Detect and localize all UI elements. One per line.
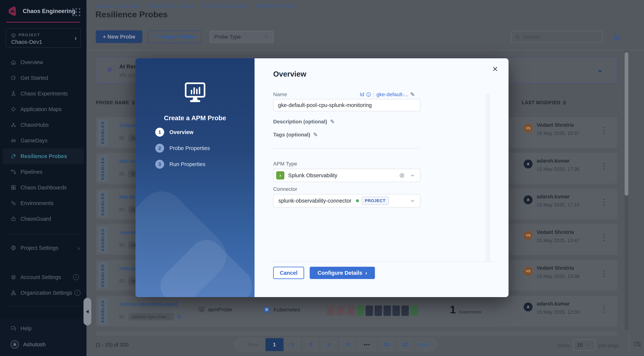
page-button-4[interactable]: 4 — [320, 338, 338, 351]
modified-by: adarsh.kumar — [537, 158, 570, 164]
new-probe-button[interactable]: + New Probe — [96, 30, 142, 43]
breadcrumb-project[interactable]: Project: Chaos-Dev1 — [202, 3, 248, 9]
name-label: Name — [273, 92, 287, 98]
form-divider — [273, 148, 420, 148]
step-overview[interactable]: 1 Overview — [155, 128, 194, 136]
clear-icon[interactable]: ⊗ — [399, 172, 405, 179]
target-icon — [10, 106, 16, 112]
footer-divider — [271, 261, 498, 262]
probe-name-link[interactable]: cartsvc-cpu-check-appd — [119, 302, 177, 307]
column-header-last-modified[interactable]: LAST MODIFIED — [522, 100, 566, 105]
page-button-3[interactable]: 3 — [302, 338, 320, 351]
hub-network-icon — [10, 122, 16, 128]
page-size-dropdown[interactable]: 15 — [573, 339, 595, 351]
probe-id-value[interactable]: gke-default-... — [376, 92, 408, 98]
layers-icon — [10, 274, 16, 280]
row-menu-icon[interactable] — [604, 270, 605, 277]
status-badge: ENABLED — [98, 262, 107, 288]
breadcrumb-account[interactable]: Account: chaos-dev — [96, 3, 140, 9]
sidebar-item-environments[interactable]: Environments — [0, 195, 86, 211]
sidebar-item-chaos-dashboards[interactable]: Chaos Dashboards — [0, 180, 86, 195]
result-fail-cell — [384, 306, 391, 316]
step-run-properties[interactable]: 3 Run Properties — [155, 160, 205, 169]
apm-type-select[interactable]: › Splunk Observability ⊗ — [273, 169, 420, 182]
scrollbar[interactable] — [624, 51, 628, 330]
sidebar-item-application-maps[interactable]: Application Maps — [0, 102, 86, 117]
sidebar-item-overview[interactable]: Overview — [0, 54, 86, 70]
close-icon[interactable]: ✕ — [492, 65, 498, 73]
row-menu-icon[interactable] — [604, 199, 605, 206]
page-button-22[interactable]: 22 — [396, 338, 414, 351]
probe-type-dropdown[interactable]: Probe Type — [210, 31, 274, 43]
row-menu-icon[interactable] — [604, 234, 605, 241]
copy-icon[interactable] — [177, 314, 182, 319]
breadcrumb-org[interactable]: Organization: default — [148, 3, 194, 9]
apm-type-label: APM Type — [273, 161, 297, 167]
step-probe-properties[interactable]: 2 Probe Properties — [155, 144, 210, 153]
gear-icon: ⚙ — [10, 244, 16, 252]
breadcrumb: Account: chaos-dev › Organization: defau… — [96, 3, 296, 9]
sidebar-item-chaoshubs[interactable]: ChaosHubs — [0, 117, 86, 133]
configure-details-button[interactable]: Configure Details › — [310, 267, 375, 279]
sidebar-item-project-settings[interactable]: ⚙ Project Settings › — [0, 240, 86, 256]
page-button-5[interactable]: 5 — [338, 338, 356, 351]
sidebar-item-account-settings[interactable]: Account Settings i — [0, 269, 86, 285]
row-menu-icon[interactable] — [604, 127, 605, 134]
sidebar-divider — [6, 306, 81, 306]
breadcrumb-current: Resilience Probes — [256, 3, 296, 9]
hexagons-icon — [10, 200, 16, 206]
connector-select[interactable]: splunk-observability-connector PROJECT — [273, 194, 420, 208]
page-button-2[interactable]: 2 — [284, 338, 302, 351]
sidebar-item-chaosguard[interactable]: ChaosGuard — [0, 211, 86, 227]
project-cube-icon — [11, 33, 16, 38]
sidebar-item-pipelines[interactable]: Pipelines — [0, 164, 86, 180]
sidebar-collapse-handle[interactable] — [84, 298, 91, 326]
scrollbar-thumb[interactable] — [624, 52, 628, 196]
help-chat-icon — [10, 326, 16, 332]
result-fail-cell — [366, 306, 373, 316]
probe-name-input[interactable] — [273, 99, 420, 111]
edit-icon[interactable]: ✎ — [313, 132, 318, 138]
table-row[interactable]: ENABLED cartsvc-cpu-check-appd ID: carts… — [96, 296, 617, 326]
import-probe-button[interactable]: Import Probe — [148, 30, 202, 43]
sidebar-item-resilience-probes[interactable]: Resilience Probes — [2, 148, 84, 164]
lock-icon — [10, 216, 16, 222]
modified-date: 15 May 2025, 17:10 — [537, 202, 580, 208]
sidebar-item-organization-settings[interactable]: Organization Settings i — [0, 285, 86, 301]
next-page-button[interactable]: Next → — [414, 338, 437, 351]
splunk-icon: › — [276, 171, 284, 180]
page-title: Resilience Probes — [96, 10, 168, 20]
chevron-down-icon[interactable] — [596, 67, 604, 74]
form-scrollbar[interactable] — [485, 94, 490, 262]
modified-date: 15 May 2025, 13:47 — [537, 238, 580, 244]
sidebar: Chaos Engineering PROJECT Chaos-Dev1 › O… — [0, 0, 86, 356]
project-name: Chaos-Dev1 — [11, 39, 42, 45]
prev-page-button[interactable]: ← Prev — [234, 338, 265, 351]
page-button-1[interactable]: 1 — [265, 338, 284, 351]
apm-probe-icon — [198, 306, 205, 313]
chevron-down-icon — [410, 173, 415, 178]
avatar: A — [524, 195, 532, 204]
column-header-probe-name[interactable]: PROBE NAME — [96, 100, 135, 105]
sidebar-item-help[interactable]: Help — [0, 320, 86, 336]
row-menu-icon[interactable] — [604, 306, 605, 313]
modified-by: Vedant Shrotria — [537, 122, 574, 128]
user-menu[interactable]: A Ashutosh — [0, 336, 86, 352]
edit-icon[interactable]: ✎ — [330, 118, 335, 125]
row-menu-icon[interactable] — [604, 163, 605, 170]
sidebar-item-get-started[interactable]: Get Started — [0, 70, 86, 86]
info-icon — [366, 92, 371, 97]
filter-sliders-icon[interactable] — [612, 33, 620, 42]
project-selector[interactable]: PROJECT Chaos-Dev1 › — [6, 28, 81, 48]
support-chat-icon[interactable] — [633, 340, 642, 349]
project-label: PROJECT — [19, 33, 40, 37]
footer-divider — [629, 334, 630, 356]
cancel-button[interactable]: Cancel — [273, 267, 304, 279]
search-input[interactable] — [523, 34, 590, 40]
infrastructure-value: Kubernetes — [274, 307, 300, 313]
page-button-21[interactable]: 21 — [378, 338, 396, 351]
edit-icon[interactable]: ✎ — [410, 91, 415, 98]
sidebar-item-chaos-experiments[interactable]: Chaos Experiments — [0, 86, 86, 102]
sidebar-item-gamedays[interactable]: GameDays — [0, 133, 86, 148]
app-switcher-icon[interactable] — [72, 8, 80, 16]
